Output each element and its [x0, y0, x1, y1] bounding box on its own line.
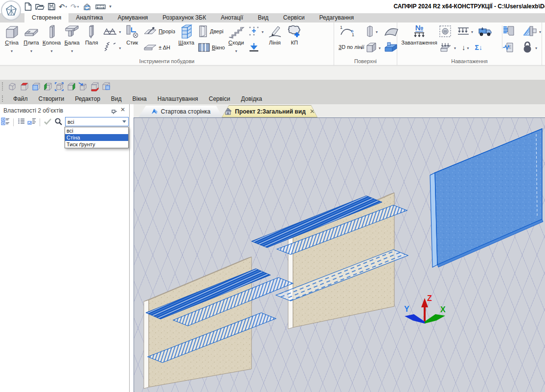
mass-weight-button[interactable]: [521, 41, 534, 54]
open-button[interactable]: [35, 3, 45, 10]
close-icon[interactable]: ✕: [120, 106, 125, 113]
pin-icon[interactable]: [112, 108, 117, 114]
cube-left-face-button[interactable]: [42, 81, 53, 92]
cube-bottom-face-button[interactable]: [89, 81, 100, 92]
drop-point-button[interactable]: [248, 40, 264, 55]
category-view-button[interactable]: [1, 117, 10, 127]
filter-value: всі: [66, 119, 120, 125]
delta-h-button[interactable]: ± ΔН: [143, 40, 175, 55]
vertical-surface-button[interactable]: [365, 23, 381, 39]
beam-button[interactable]: Балка: [62, 23, 82, 55]
stairs-button[interactable]: Сходи: [227, 23, 246, 55]
tab-analitika[interactable]: Аналітика: [68, 13, 110, 23]
dropdown-option-wall[interactable]: Стіна: [65, 134, 128, 141]
chevron-down-icon[interactable]: ▾: [77, 5, 79, 8]
measure-button[interactable]: [95, 3, 106, 10]
dropdown-option-all[interactable]: всі: [65, 127, 128, 134]
dynamic-load-button[interactable]: [502, 42, 516, 53]
cube-section-button[interactable]: [54, 81, 65, 92]
chevron-down-icon: [71, 46, 73, 54]
distributed-load-button[interactable]: [457, 26, 470, 37]
menu-item-windows[interactable]: Вікна: [127, 94, 152, 103]
soil-pressure-button[interactable]: [522, 25, 538, 38]
menu-item-create[interactable]: Створити: [33, 94, 70, 103]
ribbon-tab-bar: Створення Аналітика Армування Розрахунок…: [0, 13, 545, 23]
cube-top-face-button[interactable]: [19, 81, 29, 92]
stairs-icon: [228, 24, 245, 40]
point-load-button[interactable]: ↓: [462, 43, 466, 51]
load-stamp-button[interactable]: [439, 25, 452, 38]
regenerate-model-button[interactable]: [82, 2, 92, 11]
sum-loads-button[interactable]: Σ↓: [475, 44, 482, 51]
apply-button[interactable]: [44, 118, 52, 127]
tab-servisy[interactable]: Сервіси: [276, 13, 312, 23]
slab-button[interactable]: Плита: [22, 23, 41, 55]
application-menu-button[interactable]: [1, 0, 21, 21]
loading-button[interactable]: № Завантаження: [401, 23, 437, 46]
undo-button[interactable]: ↶▾: [59, 3, 67, 10]
tab-start-page[interactable]: Стартова сторінка: [138, 106, 223, 117]
checked-list-button[interactable]: [27, 117, 36, 127]
chevron-down-icon[interactable]: [120, 117, 128, 126]
customize-toolbar-button[interactable]: ▾: [109, 4, 112, 9]
column-button[interactable]: Колона: [41, 23, 62, 55]
tab-stvorennya[interactable]: Створення: [24, 13, 68, 23]
joint-button[interactable]: Стик: [122, 23, 142, 46]
list-view-button[interactable]: [17, 117, 25, 127]
number-sign-icon: №: [415, 24, 424, 32]
view-cube-button[interactable]: [7, 81, 18, 92]
menu-item-editor[interactable]: Редактор: [69, 94, 106, 103]
cube-right-face-button[interactable]: [66, 81, 76, 92]
redo-button[interactable]: ↷▾: [70, 3, 79, 10]
three-d-by-line-button[interactable]: 3D по лінії: [339, 40, 363, 55]
solid-box-button[interactable]: [365, 40, 381, 55]
group-label-surfaces: Поверхні: [334, 58, 397, 64]
tab-armuvannya[interactable]: Армування: [111, 13, 156, 23]
tab-redahuvannya[interactable]: Редагування: [312, 13, 362, 23]
point-grid-button[interactable]: [248, 23, 264, 39]
solid-pressure-button[interactable]: [439, 42, 453, 53]
close-tab-icon[interactable]: ✕: [310, 108, 315, 115]
tab-vyd[interactable]: Вид: [250, 13, 276, 23]
tab-anotatsii[interactable]: Анотації: [213, 13, 250, 23]
truss-button[interactable]: [103, 23, 121, 39]
menu-item-settings[interactable]: Налаштування: [152, 94, 204, 103]
kp-button[interactable]: КП: [285, 23, 304, 46]
chevron-down-icon[interactable]: ▾: [66, 5, 68, 8]
cube-slope-button[interactable]: [77, 81, 88, 92]
tab-rozrakhunok-zbk[interactable]: Розрахунок ЗБК: [155, 13, 213, 23]
spline-button[interactable]: 11: [339, 23, 363, 39]
wall-button[interactable]: Стіна: [2, 23, 22, 55]
save-button[interactable]: [48, 3, 55, 10]
svg-text:1: 1: [352, 32, 354, 37]
pile-button[interactable]: Паля: [82, 23, 101, 46]
cube-copy-button[interactable]: [101, 81, 112, 92]
opening-button[interactable]: Проріз: [143, 23, 175, 39]
new-document-button[interactable]: [24, 2, 32, 11]
chevron-down-icon: [262, 28, 264, 34]
search-button[interactable]: [54, 117, 63, 128]
ruler-icon: [95, 3, 106, 10]
shaft-button[interactable]: Шахта: [177, 23, 196, 46]
3d-scene[interactable]: Z Y X: [134, 118, 545, 392]
menu-item-file[interactable]: Файл: [8, 94, 33, 103]
menu-item-help[interactable]: Довідка: [236, 94, 268, 103]
menubar-grip[interactable]: [2, 95, 3, 102]
menu-item-view[interactable]: Вид: [106, 94, 127, 103]
wind-load-button[interactable]: [502, 25, 516, 38]
slab-icon: [23, 24, 39, 40]
window-button[interactable]: Вікно: [198, 40, 225, 55]
spring-button[interactable]: [103, 40, 121, 55]
cube-front-face-button[interactable]: [30, 81, 41, 92]
door-button[interactable]: Двері: [198, 23, 225, 39]
viewport-grid[interactable]: Z Y X: [134, 117, 545, 392]
line-button[interactable]: Лінія: [265, 23, 285, 46]
dropdown-option-soil-pressure[interactable]: Тиск ґрунту: [65, 141, 128, 148]
menu-item-services[interactable]: Сервіси: [204, 94, 236, 103]
wall-selected[interactable]: [430, 129, 543, 267]
column-icon: [48, 24, 56, 40]
moving-load-button[interactable]: [477, 25, 492, 37]
toolbar-grip[interactable]: [2, 82, 3, 91]
tab-project-view[interactable]: Проект 2:Загальний вид ✕: [222, 105, 318, 117]
object-filter-combobox[interactable]: всі: [65, 117, 129, 126]
